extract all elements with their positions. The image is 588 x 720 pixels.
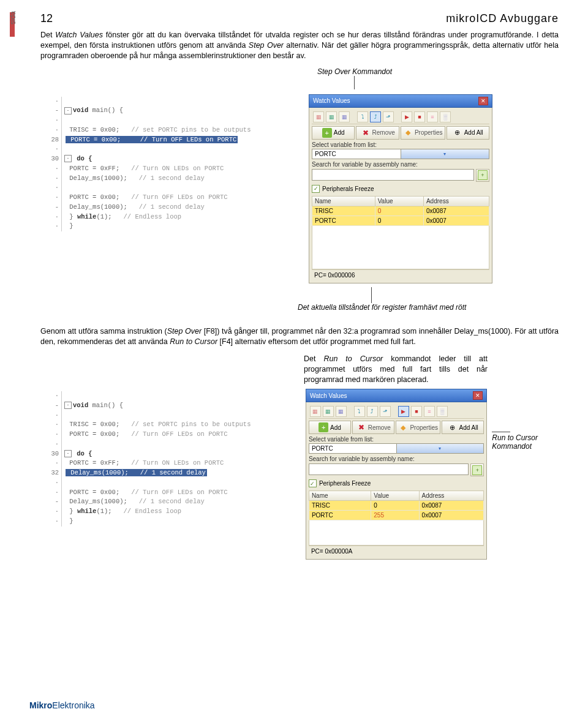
watch-values-panel-2: Watch Values ✕ ▦ ▦ ▦ ⤵ ⤴ ⬏ ▶ ■ ≡ ░ xyxy=(306,389,487,560)
sida-label: sida xyxy=(9,11,17,24)
add-button[interactable]: +Add xyxy=(312,126,355,140)
tool-icon[interactable]: ▦ xyxy=(326,111,337,122)
table-row[interactable]: TRISC00x0087 xyxy=(309,501,483,511)
footer-brand: MikroElektronika xyxy=(29,700,95,710)
fold-icon[interactable]: - xyxy=(64,450,72,457)
watch-title-text: Watch Values xyxy=(310,392,347,399)
search-go-button[interactable]: + xyxy=(476,169,489,182)
search-input[interactable] xyxy=(312,169,474,181)
plus-small-icon: + xyxy=(472,465,482,475)
step-into-icon[interactable]: ⤵ xyxy=(357,111,368,122)
remove-button[interactable]: ✖Remove xyxy=(356,126,399,140)
watch-titlebar[interactable]: Watch Values ✕ xyxy=(309,94,492,108)
code-editor-1: · --void main() { · · TRISC = 0x00; // s… xyxy=(40,94,304,234)
paragraph-3: Det Run to Cursor kommandot leder till a… xyxy=(304,354,488,385)
variable-select[interactable]: PORTC▾ xyxy=(312,149,489,159)
properties-button[interactable]: ◆Properties xyxy=(401,126,445,140)
list-icon[interactable]: ≡ xyxy=(427,111,438,122)
config-icon[interactable]: ░ xyxy=(437,406,448,417)
watch-table: NameValueAddress TRISC00x0087 PORTC00x00… xyxy=(312,196,489,226)
tool-icon[interactable]: ▦ xyxy=(323,406,334,417)
run-cursor-callout: Run to Cursor Kommandot xyxy=(492,389,559,451)
select-label: Select variable from list: xyxy=(312,141,489,148)
fold-icon[interactable]: - xyxy=(64,155,72,162)
add-all-icon: ⊕ xyxy=(448,422,458,432)
tool-icon[interactable]: ▦ xyxy=(310,406,321,417)
table-empty-area xyxy=(309,520,484,546)
step-over-icon[interactable]: ⤴ xyxy=(370,111,381,122)
tool-icon[interactable]: ▦ xyxy=(313,111,324,122)
paragraph-2: Genom att utföra samma instruktion (Step… xyxy=(40,326,559,347)
header: 12 mikroICD Avbuggare xyxy=(40,12,559,25)
step-over-icon[interactable]: ⤴ xyxy=(367,406,378,417)
x-icon: ✖ xyxy=(356,422,366,432)
add-all-button[interactable]: ⊕Add All xyxy=(447,126,489,140)
variable-select[interactable]: PORTC▾ xyxy=(309,443,484,454)
run-cursor-icon[interactable]: ▶ xyxy=(398,406,409,417)
stop-icon[interactable]: ■ xyxy=(411,406,422,417)
x-icon: ✖ xyxy=(361,128,371,138)
pc-status: PC= 0x00000A xyxy=(309,546,484,557)
tool-icon[interactable]: ▦ xyxy=(339,111,350,122)
table-empty-area xyxy=(312,226,489,269)
page-title: mikroICD Avbuggare xyxy=(446,12,559,25)
close-icon[interactable]: ✕ xyxy=(473,391,483,400)
table-row[interactable]: TRISC00x0087 xyxy=(312,206,489,216)
watch-toolbar: ▦ ▦ ▦ ⤵ ⤴ ⬏ ▶ ■ ≡ ░ xyxy=(312,110,489,124)
properties-icon: ◆ xyxy=(398,422,408,432)
tool-icon[interactable]: ▦ xyxy=(336,406,347,417)
intro-paragraph: Det Watch Values fönster gör att du kan … xyxy=(40,30,559,61)
search-input[interactable] xyxy=(309,463,469,475)
add-button[interactable]: +Add xyxy=(309,421,351,434)
config-icon[interactable]: ░ xyxy=(440,111,451,122)
remove-button[interactable]: ✖Remove xyxy=(352,421,394,434)
page: 12 mikroICD Avbuggare Det Watch Values f… xyxy=(0,0,588,572)
close-icon[interactable]: ✕ xyxy=(478,97,488,105)
add-all-icon: ⊕ xyxy=(453,128,462,138)
highlighted-line: PORTC = 0x00; // Turn OFF LEDs on PORTC xyxy=(66,136,238,143)
run-cursor-icon[interactable]: ▶ xyxy=(401,111,412,122)
step-over-callout: Step Over Kommandot xyxy=(151,67,559,89)
code-editor-2: · --void main() { · · TRISC = 0x00; // s… xyxy=(40,389,301,529)
chevron-down-icon: ▾ xyxy=(396,444,484,453)
add-all-button[interactable]: ⊕Add All xyxy=(442,421,484,434)
watch-titlebar[interactable]: Watch Values ✕ xyxy=(306,389,487,402)
chevron-down-icon: ▾ xyxy=(401,149,489,159)
properties-button[interactable]: ◆Properties xyxy=(396,421,440,434)
plus-icon: + xyxy=(318,422,328,432)
figure-2: · --void main() { · · TRISC = 0x00; // s… xyxy=(40,389,559,560)
fold-icon[interactable]: - xyxy=(64,402,72,409)
pc-status: PC= 0x000006 xyxy=(312,269,489,280)
plus-icon: + xyxy=(322,128,332,138)
search-go-button[interactable]: + xyxy=(470,463,484,476)
plus-small-icon: + xyxy=(478,170,488,180)
peripherals-freeze-checkbox[interactable]: ✓Peripherals Freeze xyxy=(312,185,489,193)
figure-1: · --void main() { · · TRISC = 0x00; // s… xyxy=(40,94,559,283)
fold-icon[interactable]: - xyxy=(64,107,72,114)
stop-icon[interactable]: ■ xyxy=(414,111,425,122)
step-out-icon[interactable]: ⬏ xyxy=(383,111,394,122)
search-label: Search for variable by assembly name: xyxy=(312,161,489,168)
properties-icon: ◆ xyxy=(403,128,413,138)
step-out-icon[interactable]: ⬏ xyxy=(380,406,391,417)
watch-values-panel-1: Watch Values ✕ ▦ ▦ ▦ ⤵ ⤴ ⬏ ▶ ■ ≡ ░ xyxy=(309,94,492,283)
watch-table: NameValueAddress TRISC00x0087 PORTC2550x… xyxy=(309,490,484,520)
highlighted-line: Delay_ms(1000); // 1 second delay xyxy=(66,469,207,476)
watch-title-text: Watch Values xyxy=(313,97,350,104)
list-icon[interactable]: ≡ xyxy=(424,406,435,417)
checkbox-icon: ✓ xyxy=(312,185,320,193)
checkbox-icon: ✓ xyxy=(309,479,317,487)
page-number: 12 xyxy=(40,12,53,25)
register-callout: Det aktuella tillståndet för register fr… xyxy=(298,287,559,312)
table-row[interactable]: PORTC2550x0007 xyxy=(309,511,483,520)
peripherals-freeze-checkbox[interactable]: ✓Peripherals Freeze xyxy=(309,479,484,487)
step-into-icon[interactable]: ⤵ xyxy=(354,406,365,417)
table-row[interactable]: PORTC00x0007 xyxy=(312,216,489,225)
